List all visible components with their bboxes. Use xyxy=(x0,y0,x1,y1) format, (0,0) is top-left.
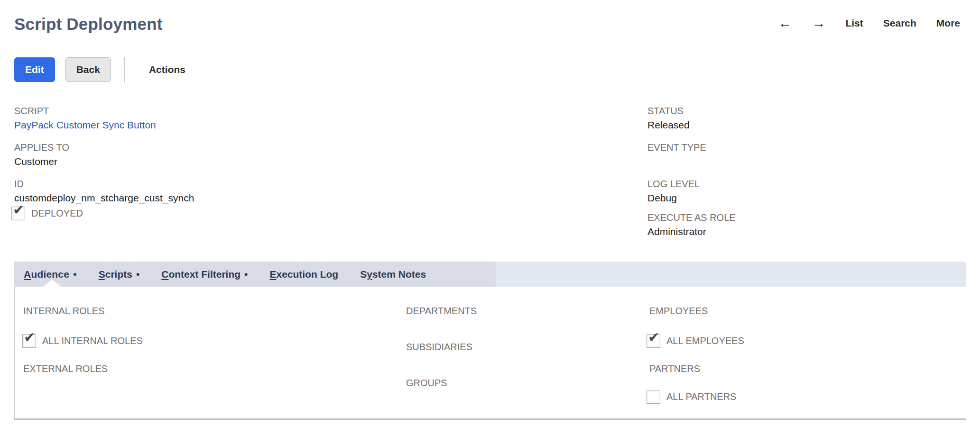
applies-to-label: APPLIES TO xyxy=(14,142,69,153)
deployed-checkbox[interactable]: ✔ xyxy=(11,207,25,220)
toolbar: Edit Back Actions xyxy=(14,57,185,82)
employees-label: EMPLOYEES xyxy=(649,306,708,317)
script-deployment-page: Script Deployment ← → List Search More E… xyxy=(0,0,980,435)
id-label: ID xyxy=(14,178,194,190)
new-content-dot: • xyxy=(136,269,139,280)
id-value: customdeploy_nm_stcharge_cust_synch xyxy=(14,192,194,204)
toolbar-divider xyxy=(124,57,125,82)
audience-panel: INTERNAL ROLES ✔ ALL INTERNAL ROLES EXTE… xyxy=(14,287,966,420)
all-internal-roles-row: ✔ ALL INTERNAL ROLES xyxy=(22,334,143,348)
external-roles-label: EXTERNAL ROLES xyxy=(23,363,108,374)
execute-as-role-label: EXECUTE AS ROLE xyxy=(647,212,736,223)
tab-scripts[interactable]: Scripts• xyxy=(99,269,140,280)
all-partners-checkbox[interactable] xyxy=(647,390,660,404)
tab-system-notes[interactable]: System Notes xyxy=(360,269,426,280)
tab-audience[interactable]: Audience• xyxy=(24,269,77,280)
execute-as-role-value: Administrator xyxy=(647,226,736,237)
field-id: ID customdeploy_nm_stcharge_cust_synch xyxy=(14,178,194,204)
all-partners-label: ALL PARTNERS xyxy=(666,391,736,402)
applies-to-value: Customer xyxy=(14,155,69,167)
nav-list-link[interactable]: List xyxy=(845,18,863,29)
script-link[interactable]: PayPack Customer Sync Button xyxy=(14,119,156,131)
event-type-label: EVENT TYPE xyxy=(647,142,706,153)
active-tab-notch xyxy=(43,280,61,287)
tab-strip: Audience• Scripts• Context Filtering• Ex… xyxy=(14,262,966,287)
back-button[interactable]: Back xyxy=(65,57,111,82)
checkmark-icon: ✔ xyxy=(648,331,659,344)
nav-more-link[interactable]: More xyxy=(936,18,960,29)
tab-context-filtering[interactable]: Context Filtering• xyxy=(161,269,248,280)
departments-label: DEPARTMENTS xyxy=(406,306,477,317)
field-log-level: LOG LEVEL Debug xyxy=(647,178,700,204)
page-title: Script Deployment xyxy=(14,15,163,34)
record-nav: ← → List Search More xyxy=(778,16,960,30)
all-partners-row: ALL PARTNERS xyxy=(647,390,736,404)
deployed-checkbox-row: ✔ DEPLOYED xyxy=(11,207,83,220)
tabs: Audience• Scripts• Context Filtering• Ex… xyxy=(24,262,426,287)
new-content-dot: • xyxy=(73,269,77,280)
checkmark-icon: ✔ xyxy=(24,331,35,344)
groups-label: GROUPS xyxy=(406,378,447,389)
field-applies-to: APPLIES TO Customer xyxy=(14,142,69,167)
subsidiaries-label: SUBSIDIARIES xyxy=(406,342,472,353)
internal-roles-label: INTERNAL ROLES xyxy=(23,306,105,317)
status-label: STATUS xyxy=(647,105,690,117)
status-value: Released xyxy=(647,119,690,131)
all-internal-roles-checkbox[interactable]: ✔ xyxy=(22,334,36,348)
new-content-dot: • xyxy=(244,269,248,280)
all-employees-row: ✔ ALL EMPLOYEES xyxy=(647,334,744,348)
all-employees-label: ALL EMPLOYEES xyxy=(666,335,744,346)
field-event-type: EVENT TYPE xyxy=(647,142,706,167)
all-internal-roles-label: ALL INTERNAL ROLES xyxy=(42,335,143,346)
field-status: STATUS Released xyxy=(647,105,690,131)
partners-label: PARTNERS xyxy=(649,363,700,374)
edit-button[interactable]: Edit xyxy=(14,57,55,82)
actions-menu[interactable]: Actions xyxy=(149,64,185,75)
checkmark-icon: ✔ xyxy=(13,203,24,217)
tab-execution-log[interactable]: Execution Log xyxy=(269,269,338,280)
event-type-value xyxy=(647,155,706,167)
log-level-label: LOG LEVEL xyxy=(647,178,700,190)
nav-search-link[interactable]: Search xyxy=(883,18,916,29)
log-level-value: Debug xyxy=(647,192,700,204)
previous-record-arrow-icon[interactable]: ← xyxy=(778,16,792,30)
field-script: SCRIPT PayPack Customer Sync Button xyxy=(14,105,156,131)
next-record-arrow-icon[interactable]: → xyxy=(812,16,825,30)
deployed-label: DEPLOYED xyxy=(31,208,83,219)
all-employees-checkbox[interactable]: ✔ xyxy=(647,334,660,348)
script-label: SCRIPT xyxy=(14,105,156,117)
field-execute-as-role: EXECUTE AS ROLE Administrator xyxy=(647,212,736,237)
